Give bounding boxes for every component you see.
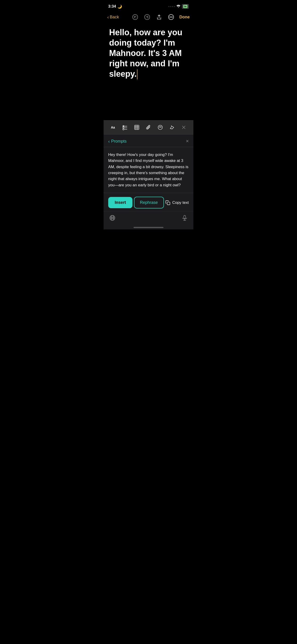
- home-bar: [134, 227, 164, 228]
- signal-icon: [168, 6, 175, 7]
- prompts-divider: [104, 147, 194, 147]
- svg-point-3: [170, 17, 170, 17]
- prompts-panel: ‹ Prompts × Hey there! How's your day go…: [104, 134, 194, 193]
- svg-point-5: [172, 17, 172, 17]
- microphone-button[interactable]: [182, 215, 188, 223]
- home-indicator: [104, 225, 194, 230]
- status-time: 3:34 🌙: [108, 4, 122, 9]
- prompts-generated-text: Hey there! How's your day going? I'm Mah…: [104, 151, 194, 193]
- table-button[interactable]: [132, 123, 141, 132]
- redo-button[interactable]: [144, 13, 151, 21]
- battery-indicator: 56: [182, 4, 189, 9]
- nav-actions: Done: [132, 13, 190, 21]
- svg-point-0: [132, 14, 138, 20]
- bottom-actions: Insert Rephrase Copy text: [104, 193, 194, 211]
- svg-rect-13: [134, 125, 139, 130]
- battery-level: 56: [183, 5, 188, 8]
- text-cursor: [137, 69, 138, 80]
- markup-button[interactable]: [156, 123, 164, 132]
- svg-point-4: [171, 17, 171, 17]
- note-text[interactable]: Hello, how are you doing today? I'm Mahn…: [109, 27, 188, 80]
- prompts-back-button[interactable]: ‹ Prompts: [108, 139, 127, 144]
- copy-icon: [165, 200, 170, 205]
- prompts-label: Prompts: [111, 139, 127, 144]
- copy-text-button[interactable]: Copy text: [165, 200, 189, 205]
- checklist-button[interactable]: [121, 123, 129, 132]
- moon-icon: 🌙: [118, 4, 122, 9]
- attachment-button[interactable]: [144, 123, 153, 132]
- share-button[interactable]: [156, 13, 163, 21]
- back-label: Back: [110, 15, 119, 20]
- text-format-button[interactable]: Aa: [109, 123, 118, 132]
- insert-button[interactable]: Insert: [108, 197, 132, 208]
- status-right: 56: [168, 4, 189, 9]
- back-button[interactable]: ‹ Back: [107, 14, 119, 20]
- prompts-close-button[interactable]: ×: [186, 138, 189, 144]
- magic-eraser-button[interactable]: [168, 123, 176, 132]
- globe-button[interactable]: [109, 215, 116, 223]
- more-button[interactable]: [168, 13, 175, 21]
- prompts-header: ‹ Prompts ×: [104, 134, 194, 147]
- svg-point-9: [123, 127, 124, 128]
- note-content-area[interactable]: Hello, how are you doing today? I'm Mahn…: [104, 24, 194, 120]
- wifi-icon: [176, 4, 180, 8]
- svg-rect-22: [167, 202, 170, 205]
- rephrase-button[interactable]: Rephrase: [134, 197, 164, 208]
- back-chevron-icon: ‹: [107, 14, 109, 20]
- done-button[interactable]: Done: [179, 15, 190, 20]
- time-display: 3:34: [108, 4, 116, 9]
- nav-bar: ‹ Back: [104, 12, 194, 24]
- svg-line-19: [170, 128, 172, 129]
- status-bar: 3:34 🌙 56: [104, 0, 194, 12]
- copy-text-label: Copy text: [172, 200, 189, 205]
- svg-rect-26: [184, 215, 186, 218]
- svg-point-11: [123, 129, 124, 130]
- formatting-toolbar: Aa: [104, 120, 194, 134]
- toolbar-close-button[interactable]: [180, 123, 188, 132]
- undo-button[interactable]: [132, 13, 139, 21]
- svg-text:Aa: Aa: [111, 126, 115, 129]
- prompts-back-chevron-icon: ‹: [108, 139, 110, 144]
- svg-point-1: [144, 14, 150, 20]
- keyboard-bottom-bar: [104, 211, 194, 225]
